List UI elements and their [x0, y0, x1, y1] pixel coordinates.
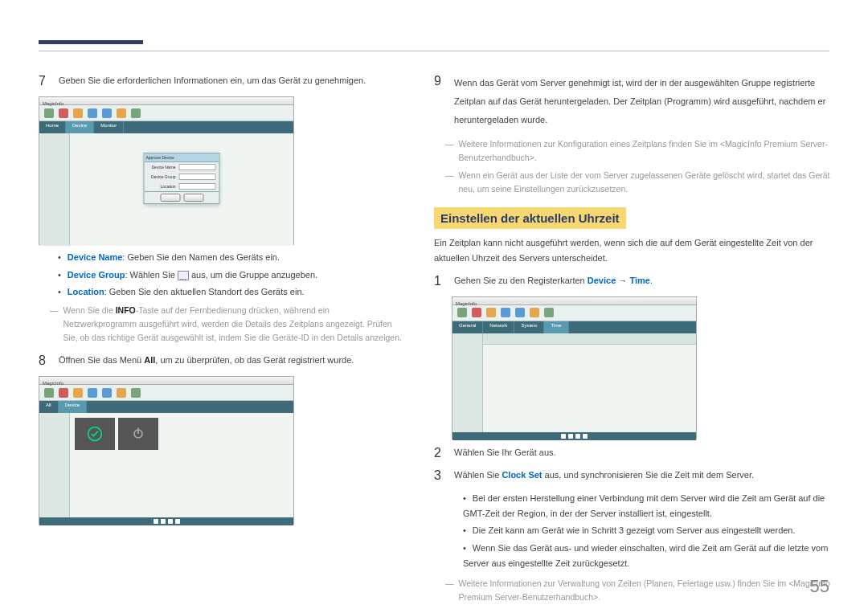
- step-7-text: Geben Sie die erforderlichen Information…: [59, 74, 402, 88]
- toolbar-icon: [544, 308, 554, 317]
- app-sidebar: [452, 333, 483, 432]
- step-3-text: Wählen Sie Clock Set aus, und synchronis…: [454, 468, 829, 483]
- toolbar-icon: [457, 308, 467, 317]
- toolbar-icon: [59, 388, 68, 398]
- toolbar-icon: [472, 308, 481, 317]
- note-schedule-config: Weitere Informationen zur Konfiguration …: [445, 137, 832, 165]
- device-thumbnail: [118, 418, 158, 450]
- left-column: 7 Geben Sie die erforderlichen Informati…: [39, 74, 404, 525]
- app-main-area: [70, 413, 293, 517]
- bullet-gmt: Bei der ersten Herstellung einer Verbind…: [463, 491, 832, 521]
- toolbar-icon: [102, 108, 112, 118]
- toolbar-icon: [131, 388, 141, 398]
- ellipsis-button-icon: …: [178, 271, 189, 280]
- toolbar-icon: [117, 108, 126, 118]
- section-heading-time: Einstellen der aktuellen Uhrzeit: [434, 207, 626, 229]
- approve-device-dialog: Approve Device Device Name Device Group …: [144, 153, 220, 204]
- step-8-text: Öffnen Sie das Menü All, um zu überprüfe…: [59, 353, 402, 368]
- toolbar-icon: [88, 388, 97, 398]
- screenshot-device-list: MagicInfo AllDevice: [39, 376, 294, 525]
- step-1: 1 Gehen Sie zu den Registerkarten Device…: [434, 274, 832, 288]
- toolbar-icon: [515, 308, 525, 317]
- toolbar-icon: [59, 108, 68, 118]
- toolbar-icon: [73, 108, 83, 118]
- page-number: 55: [810, 576, 829, 597]
- bullet-device-group: Device Group: Wählen Sie … aus, um die G…: [58, 268, 404, 283]
- step-3: 3 Wählen Sie Clock Set aus, und synchron…: [434, 468, 832, 483]
- dialog-label-location: Location: [148, 184, 176, 189]
- screenshot-device-time: MagicInfo GeneralNetworkSystemTime: [452, 296, 697, 439]
- dialog-title: Approve Device: [145, 153, 219, 162]
- app-main-area: Approve Device Device Name Device Group …: [70, 133, 293, 246]
- app-sidebar: [39, 413, 70, 517]
- step-9-number: 9: [434, 74, 452, 88]
- app-logo: MagicInfo: [39, 101, 63, 106]
- toolbar-icon: [44, 108, 54, 118]
- step-1-number: 1: [434, 274, 452, 288]
- note-device-delete: Wenn ein Gerät aus der Liste der vom Ser…: [445, 169, 832, 196]
- screenshot-approve-dialog: MagicInfo HomeDeviceMonitor Approve Devi…: [39, 96, 294, 245]
- dialog-label-group: Device Group: [148, 174, 176, 179]
- step-9: 9 Wenn das Gerät vom Server genehmigt is…: [434, 74, 832, 129]
- step-2-text: Wählen Sie Ihr Gerät aus.: [454, 446, 829, 460]
- toolbar-icon: [501, 308, 510, 317]
- dialog-label-name: Device Name: [148, 165, 176, 170]
- note-info-key: Wenn Sie die INFO-Taste auf der Fernbedi…: [50, 304, 404, 344]
- dialog-input-group[interactable]: [179, 174, 216, 180]
- step-3-number: 3: [434, 468, 452, 483]
- toolbar-icon: [88, 108, 97, 118]
- toolbar-icon: [73, 388, 83, 398]
- toolbar-icon: [102, 388, 112, 398]
- app-main-area: [483, 333, 696, 432]
- app-logo: MagicInfo: [452, 301, 477, 306]
- header-rule-line: [39, 51, 829, 51]
- toolbar-icon: [117, 388, 126, 398]
- app-logo: MagicInfo: [39, 381, 63, 386]
- bullet-device-name: Device Name: Geben Sie den Namen des Ger…: [58, 250, 404, 265]
- toolbar-icon: [530, 308, 539, 317]
- section-intro-text: Ein Zeitplan kann nicht ausgeführt werde…: [434, 235, 832, 265]
- step-7-number: 7: [39, 74, 56, 88]
- dialog-cancel-button[interactable]: [183, 194, 203, 202]
- step-1-text: Gehen Sie zu den Registerkarten Device →…: [454, 274, 829, 288]
- note-time-management: Weitere Informationen zur Verwaltung von…: [445, 577, 832, 604]
- toolbar-icon: [131, 108, 141, 118]
- step-8: 8 Öffnen Sie das Menü All, um zu überprü…: [39, 353, 404, 368]
- toolbar-icon: [44, 388, 54, 398]
- bullet-power-cycle: Wenn Sie das Gerät aus- und wieder einsc…: [463, 541, 832, 570]
- dialog-input-location[interactable]: [179, 183, 216, 190]
- bullet-step3-time: Die Zeit kann am Gerät wie in Schritt 3 …: [463, 523, 832, 538]
- right-column: 9 Wenn das Gerät vom Server genehmigt is…: [434, 74, 832, 604]
- app-sidebar: [39, 133, 70, 246]
- dialog-ok-button[interactable]: [160, 194, 180, 202]
- step-2: 2 Wählen Sie Ihr Gerät aus.: [434, 446, 832, 460]
- header-accent-bar: [39, 40, 143, 44]
- dialog-input-name[interactable]: [179, 164, 216, 170]
- device-thumbnail: [75, 418, 115, 450]
- bullet-location: Location: Geben Sie den aktuellen Stando…: [58, 284, 404, 300]
- step-7: 7 Geben Sie die erforderlichen Informati…: [39, 74, 404, 88]
- step-8-number: 8: [39, 353, 56, 368]
- step-9-text: Wenn das Gerät vom Server genehmigt ist,…: [454, 74, 829, 129]
- toolbar-icon: [486, 308, 496, 317]
- step-2-number: 2: [434, 446, 452, 460]
